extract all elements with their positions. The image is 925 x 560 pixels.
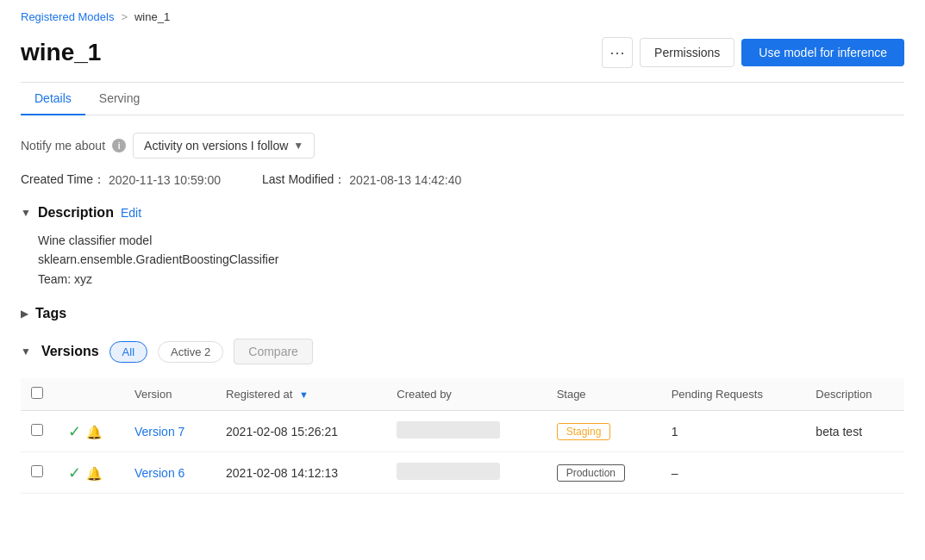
tab-content-details: Notify me about i Activity on versions I… bbox=[21, 115, 904, 528]
breadcrumb-current: wine_1 bbox=[134, 10, 170, 23]
col-header-pending-requests: Pending Requests bbox=[661, 378, 806, 411]
more-options-button[interactable]: ⋯ bbox=[602, 37, 633, 68]
row-v7-version-link[interactable]: Version 7 bbox=[134, 425, 184, 439]
tab-serving[interactable]: Serving bbox=[85, 83, 153, 115]
use-model-inference-button[interactable]: Use model for inference bbox=[741, 39, 904, 66]
row-v6-stage-badge: Production bbox=[557, 464, 625, 482]
versions-section-title: Versions bbox=[41, 344, 99, 359]
tags-section-header: ▶ Tags bbox=[21, 306, 904, 321]
row-v7-pending: 1 bbox=[661, 411, 806, 452]
created-time-value: 2020-11-13 10:59:00 bbox=[109, 173, 221, 187]
row-v7-select[interactable] bbox=[31, 424, 43, 436]
table-header-row: Version Registered at ▼ Created by Stage… bbox=[21, 378, 904, 411]
col-header-checkbox bbox=[21, 378, 55, 411]
versions-table: Version Registered at ▼ Created by Stage… bbox=[21, 378, 904, 494]
breadcrumb-parent[interactable]: Registered Models bbox=[21, 10, 114, 23]
row-v7-created-by bbox=[386, 411, 546, 452]
notify-dropdown-value: Activity on versions I follow bbox=[144, 139, 288, 152]
col-header-description: Description bbox=[805, 378, 904, 411]
row-v7-stage: Staging bbox=[547, 411, 661, 452]
breadcrumb-separator: > bbox=[121, 10, 128, 23]
notify-dropdown[interactable]: Activity on versions I follow ▼ bbox=[133, 133, 315, 159]
table-row: ✓ 🔔 Version 7 2021-02-08 15:26:21 Stagin… bbox=[21, 411, 904, 452]
page-title: wine_1 bbox=[21, 39, 101, 66]
col-header-icons bbox=[55, 378, 124, 411]
row-v6-status-icon: ✓ bbox=[66, 464, 83, 482]
description-content: Wine classifier model sklearn.ensemble.G… bbox=[21, 231, 904, 289]
row-v7-icons: ✓ 🔔 bbox=[55, 411, 124, 452]
permissions-button[interactable]: Permissions bbox=[640, 38, 734, 67]
tab-details[interactable]: Details bbox=[21, 83, 85, 115]
row-v6-version-link[interactable]: Version 6 bbox=[134, 466, 184, 480]
meta-row: Created Time： 2020-11-13 10:59:00 Last M… bbox=[21, 172, 904, 188]
last-modified-value: 2021-08-13 14:42:40 bbox=[349, 173, 461, 187]
tags-section: ▶ Tags bbox=[21, 306, 904, 321]
dropdown-arrow-icon: ▼ bbox=[293, 140, 303, 152]
versions-header: ▼ Versions All Active 2 Compare bbox=[21, 339, 904, 364]
breadcrumb: Registered Models > wine_1 bbox=[21, 0, 904, 30]
filter-active-button[interactable]: Active 2 bbox=[158, 341, 223, 363]
tabs-container: Details Serving bbox=[21, 83, 904, 115]
select-all-checkbox[interactable] bbox=[31, 387, 43, 399]
row-v6-description bbox=[805, 452, 904, 494]
row-v7-checkbox bbox=[21, 411, 55, 452]
filter-all-button[interactable]: All bbox=[109, 341, 147, 363]
notify-label: Notify me about bbox=[21, 139, 105, 152]
page-header: wine_1 ⋯ Permissions Use model for infer… bbox=[21, 30, 904, 82]
row-v6-registered-at: 2021-02-08 14:12:13 bbox=[216, 452, 386, 494]
row-v6-version: Version 6 bbox=[124, 452, 216, 494]
row-v6-select[interactable] bbox=[31, 465, 43, 477]
last-modified: Last Modified： 2021-08-13 14:42:40 bbox=[262, 172, 461, 188]
description-edit-button[interactable]: Edit bbox=[121, 206, 141, 220]
created-time: Created Time： 2020-11-13 10:59:00 bbox=[21, 172, 221, 188]
row-v7-status-icon: ✓ bbox=[66, 423, 83, 440]
row-v7-registered-at: 2021-02-08 15:26:21 bbox=[216, 411, 386, 452]
description-toggle-icon[interactable]: ▼ bbox=[21, 207, 31, 219]
table-row: ✓ 🔔 Version 6 2021-02-08 14:12:13 Produc… bbox=[21, 452, 904, 494]
tags-section-title: Tags bbox=[35, 306, 66, 321]
row-v6-icons: ✓ 🔔 bbox=[55, 452, 124, 494]
row-v7-version: Version 7 bbox=[124, 411, 216, 452]
row-v6-pending: – bbox=[661, 452, 806, 494]
row-v7-bell-icon[interactable]: 🔔 bbox=[86, 425, 103, 439]
col-header-created-by: Created by bbox=[386, 378, 546, 411]
description-section-header: ▼ Description Edit bbox=[21, 205, 904, 221]
row-v6-avatar bbox=[397, 463, 500, 480]
info-icon[interactable]: i bbox=[112, 139, 126, 152]
row-v7-description: beta test bbox=[805, 411, 904, 452]
row-v6-stage: Production bbox=[547, 452, 661, 494]
row-v7-stage-badge: Staging bbox=[557, 423, 611, 440]
compare-button[interactable]: Compare bbox=[234, 339, 313, 364]
col-header-stage: Stage bbox=[547, 378, 661, 411]
col-header-registered-at: Registered at ▼ bbox=[216, 378, 386, 411]
header-actions: ⋯ Permissions Use model for inference bbox=[602, 37, 904, 68]
col-header-version: Version bbox=[124, 378, 216, 411]
created-time-label: Created Time： bbox=[21, 172, 105, 188]
versions-section: ▼ Versions All Active 2 Compare bbox=[21, 339, 904, 494]
last-modified-label: Last Modified： bbox=[262, 172, 346, 188]
description-section: ▼ Description Edit Wine classifier model… bbox=[21, 205, 904, 289]
row-v6-created-by bbox=[386, 452, 546, 494]
notify-row: Notify me about i Activity on versions I… bbox=[21, 133, 904, 159]
row-v6-bell-icon[interactable]: 🔔 bbox=[86, 466, 103, 481]
tags-toggle-icon[interactable]: ▶ bbox=[21, 308, 28, 320]
row-v6-checkbox bbox=[21, 452, 55, 494]
sort-icon: ▼ bbox=[299, 389, 309, 400]
description-text: Wine classifier model sklearn.ensemble.G… bbox=[38, 231, 904, 289]
row-v7-avatar bbox=[397, 421, 500, 439]
description-section-title: Description bbox=[38, 205, 114, 221]
versions-toggle-icon[interactable]: ▼ bbox=[21, 345, 31, 358]
